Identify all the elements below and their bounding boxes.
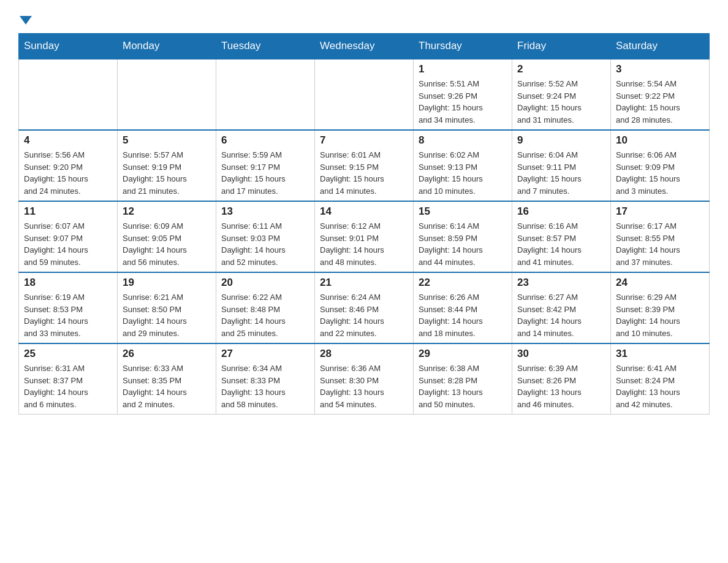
logo-triangle-icon — [20, 16, 32, 25]
day-cell: 2Sunrise: 5:52 AMSunset: 9:24 PMDaylight… — [512, 59, 611, 130]
day-cell: 3Sunrise: 5:54 AMSunset: 9:22 PMDaylight… — [611, 59, 710, 130]
day-number: 17 — [616, 205, 704, 218]
day-cell: 1Sunrise: 5:51 AMSunset: 9:26 PMDaylight… — [414, 59, 512, 130]
day-number: 23 — [517, 277, 605, 289]
day-cell: 16Sunrise: 6:16 AMSunset: 8:57 PMDayligh… — [512, 201, 611, 272]
day-cell: 19Sunrise: 6:21 AMSunset: 8:50 PMDayligh… — [118, 272, 216, 343]
header-wednesday: Wednesday — [315, 34, 414, 59]
week-row-1: 1Sunrise: 5:51 AMSunset: 9:26 PMDaylight… — [19, 59, 710, 130]
day-cell: 8Sunrise: 6:02 AMSunset: 9:13 PMDaylight… — [414, 130, 512, 201]
day-number: 16 — [517, 205, 605, 218]
day-info: Sunrise: 6:12 AMSunset: 9:01 PMDaylight:… — [320, 220, 408, 268]
day-info: Sunrise: 5:56 AMSunset: 9:20 PMDaylight:… — [24, 149, 112, 197]
day-info: Sunrise: 6:39 AMSunset: 8:26 PMDaylight:… — [517, 362, 605, 410]
day-cell: 17Sunrise: 6:17 AMSunset: 8:55 PMDayligh… — [611, 201, 710, 272]
day-cell: 11Sunrise: 6:07 AMSunset: 9:07 PMDayligh… — [19, 201, 118, 272]
day-number: 27 — [221, 348, 309, 360]
day-number: 14 — [320, 205, 408, 218]
day-info: Sunrise: 6:07 AMSunset: 9:07 PMDaylight:… — [24, 220, 112, 268]
day-cell: 23Sunrise: 6:27 AMSunset: 8:42 PMDayligh… — [512, 272, 611, 343]
day-info: Sunrise: 6:34 AMSunset: 8:33 PMDaylight:… — [221, 362, 309, 410]
header-friday: Friday — [512, 34, 611, 59]
day-cell: 9Sunrise: 6:04 AMSunset: 9:11 PMDaylight… — [512, 130, 611, 201]
day-number: 11 — [24, 205, 112, 218]
day-info: Sunrise: 6:04 AMSunset: 9:11 PMDaylight:… — [517, 149, 605, 197]
day-info: Sunrise: 6:01 AMSunset: 9:15 PMDaylight:… — [320, 149, 408, 197]
day-cell: 24Sunrise: 6:29 AMSunset: 8:39 PMDayligh… — [611, 272, 710, 343]
week-row-4: 18Sunrise: 6:19 AMSunset: 8:53 PMDayligh… — [19, 272, 710, 343]
day-info: Sunrise: 6:14 AMSunset: 8:59 PMDaylight:… — [419, 220, 507, 268]
day-number: 29 — [419, 348, 507, 360]
week-row-5: 25Sunrise: 6:31 AMSunset: 8:37 PMDayligh… — [19, 343, 710, 415]
day-info: Sunrise: 6:22 AMSunset: 8:48 PMDaylight:… — [221, 291, 309, 339]
header-saturday: Saturday — [611, 34, 710, 59]
day-info: Sunrise: 6:11 AMSunset: 9:03 PMDaylight:… — [221, 220, 309, 268]
day-number: 7 — [320, 134, 408, 147]
day-number: 6 — [221, 134, 309, 147]
day-cell: 25Sunrise: 6:31 AMSunset: 8:37 PMDayligh… — [19, 343, 118, 415]
header-thursday: Thursday — [414, 34, 512, 59]
day-cell: 28Sunrise: 6:36 AMSunset: 8:30 PMDayligh… — [315, 343, 414, 415]
day-number: 8 — [419, 134, 507, 147]
day-number: 1 — [419, 63, 507, 75]
logo — [18, 18, 32, 27]
day-info: Sunrise: 5:52 AMSunset: 9:24 PMDaylight:… — [517, 78, 605, 126]
day-info: Sunrise: 6:17 AMSunset: 8:55 PMDaylight:… — [616, 220, 704, 268]
day-number: 4 — [24, 134, 112, 147]
day-number: 28 — [320, 348, 408, 360]
day-info: Sunrise: 5:59 AMSunset: 9:17 PMDaylight:… — [221, 149, 309, 197]
day-number: 5 — [123, 134, 211, 147]
day-info: Sunrise: 6:21 AMSunset: 8:50 PMDaylight:… — [123, 291, 211, 339]
header-sunday: Sunday — [19, 34, 118, 59]
day-info: Sunrise: 6:02 AMSunset: 9:13 PMDaylight:… — [419, 149, 507, 197]
day-cell — [216, 59, 315, 130]
day-number: 22 — [419, 277, 507, 289]
day-cell: 20Sunrise: 6:22 AMSunset: 8:48 PMDayligh… — [216, 272, 315, 343]
day-number: 31 — [616, 348, 704, 360]
day-number: 24 — [616, 277, 704, 289]
day-number: 3 — [616, 63, 704, 75]
day-number: 13 — [221, 205, 309, 218]
day-cell: 4Sunrise: 5:56 AMSunset: 9:20 PMDaylight… — [19, 130, 118, 201]
day-info: Sunrise: 6:19 AMSunset: 8:53 PMDaylight:… — [24, 291, 112, 339]
day-cell — [315, 59, 414, 130]
day-cell: 10Sunrise: 6:06 AMSunset: 9:09 PMDayligh… — [611, 130, 710, 201]
day-cell: 7Sunrise: 6:01 AMSunset: 9:15 PMDaylight… — [315, 130, 414, 201]
day-number: 18 — [24, 277, 112, 289]
day-number: 25 — [24, 348, 112, 360]
day-cell: 26Sunrise: 6:33 AMSunset: 8:35 PMDayligh… — [118, 343, 216, 415]
day-cell: 13Sunrise: 6:11 AMSunset: 9:03 PMDayligh… — [216, 201, 315, 272]
day-number: 10 — [616, 134, 704, 147]
day-number: 26 — [123, 348, 211, 360]
calendar-table: Sunday Monday Tuesday Wednesday Thursday… — [18, 33, 710, 415]
page-header — [18, 12, 710, 27]
day-number: 30 — [517, 348, 605, 360]
header-tuesday: Tuesday — [216, 34, 315, 59]
day-number: 2 — [517, 63, 605, 75]
day-cell — [19, 59, 118, 130]
day-info: Sunrise: 6:41 AMSunset: 8:24 PMDaylight:… — [616, 362, 704, 410]
day-cell: 22Sunrise: 6:26 AMSunset: 8:44 PMDayligh… — [414, 272, 512, 343]
day-info: Sunrise: 5:54 AMSunset: 9:22 PMDaylight:… — [616, 78, 704, 126]
day-number: 12 — [123, 205, 211, 218]
day-info: Sunrise: 6:33 AMSunset: 8:35 PMDaylight:… — [123, 362, 211, 410]
day-cell: 31Sunrise: 6:41 AMSunset: 8:24 PMDayligh… — [611, 343, 710, 415]
day-number: 9 — [517, 134, 605, 147]
header-monday: Monday — [118, 34, 216, 59]
week-row-3: 11Sunrise: 6:07 AMSunset: 9:07 PMDayligh… — [19, 201, 710, 272]
day-info: Sunrise: 6:16 AMSunset: 8:57 PMDaylight:… — [517, 220, 605, 268]
day-info: Sunrise: 5:57 AMSunset: 9:19 PMDaylight:… — [123, 149, 211, 197]
day-cell: 5Sunrise: 5:57 AMSunset: 9:19 PMDaylight… — [118, 130, 216, 201]
day-info: Sunrise: 6:31 AMSunset: 8:37 PMDaylight:… — [24, 362, 112, 410]
day-info: Sunrise: 6:24 AMSunset: 8:46 PMDaylight:… — [320, 291, 408, 339]
day-cell: 15Sunrise: 6:14 AMSunset: 8:59 PMDayligh… — [414, 201, 512, 272]
day-cell: 21Sunrise: 6:24 AMSunset: 8:46 PMDayligh… — [315, 272, 414, 343]
day-cell: 12Sunrise: 6:09 AMSunset: 9:05 PMDayligh… — [118, 201, 216, 272]
day-info: Sunrise: 6:38 AMSunset: 8:28 PMDaylight:… — [419, 362, 507, 410]
day-cell — [118, 59, 216, 130]
day-cell: 18Sunrise: 6:19 AMSunset: 8:53 PMDayligh… — [19, 272, 118, 343]
day-number: 21 — [320, 277, 408, 289]
day-info: Sunrise: 6:29 AMSunset: 8:39 PMDaylight:… — [616, 291, 704, 339]
week-row-2: 4Sunrise: 5:56 AMSunset: 9:20 PMDaylight… — [19, 130, 710, 201]
day-info: Sunrise: 6:36 AMSunset: 8:30 PMDaylight:… — [320, 362, 408, 410]
